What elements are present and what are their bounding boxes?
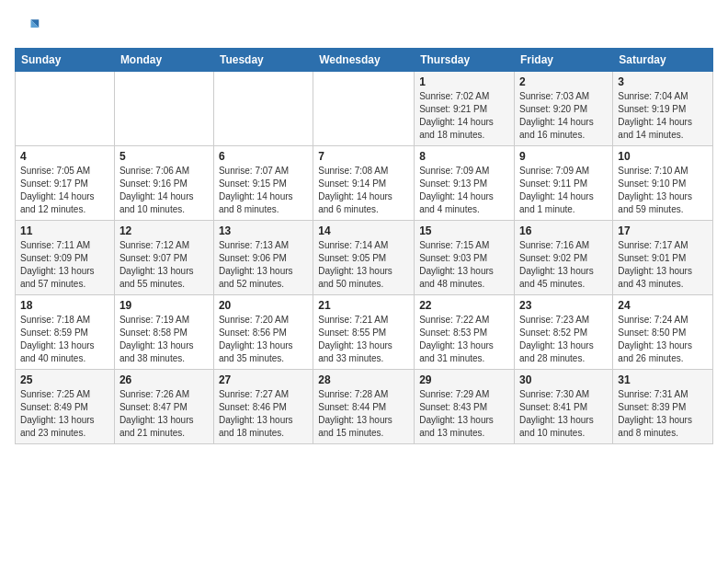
day-info: Sunrise: 7:28 AM Sunset: 8:44 PM Dayligh… <box>318 388 409 440</box>
day-info: Sunrise: 7:26 AM Sunset: 8:47 PM Dayligh… <box>119 388 209 440</box>
logo-icon <box>15 15 40 40</box>
day-info: Sunrise: 7:13 AM Sunset: 9:06 PM Dayligh… <box>219 239 308 291</box>
weekday-header-saturday: Saturday <box>613 49 713 72</box>
calendar-cell: 10Sunrise: 7:10 AM Sunset: 9:10 PM Dayli… <box>613 146 713 221</box>
calendar-week-1: 1Sunrise: 7:02 AM Sunset: 9:21 PM Daylig… <box>16 72 713 146</box>
day-info: Sunrise: 7:22 AM Sunset: 8:53 PM Dayligh… <box>419 314 509 365</box>
day-number: 24 <box>618 299 708 312</box>
day-number: 6 <box>219 150 308 163</box>
calendar-cell: 21Sunrise: 7:21 AM Sunset: 8:55 PM Dayli… <box>313 295 415 370</box>
calendar-cell: 26Sunrise: 7:26 AM Sunset: 8:47 PM Dayli… <box>114 370 213 444</box>
day-info: Sunrise: 7:06 AM Sunset: 9:16 PM Dayligh… <box>119 165 209 216</box>
calendar-cell: 1Sunrise: 7:02 AM Sunset: 9:21 PM Daylig… <box>415 72 515 146</box>
calendar-cell: 28Sunrise: 7:28 AM Sunset: 8:44 PM Dayli… <box>313 370 415 444</box>
day-number: 12 <box>119 224 209 237</box>
calendar-header: SundayMondayTuesdayWednesdayThursdayFrid… <box>16 49 713 72</box>
day-info: Sunrise: 7:09 AM Sunset: 9:11 PM Dayligh… <box>519 165 608 216</box>
day-info: Sunrise: 7:05 AM Sunset: 9:17 PM Dayligh… <box>20 165 109 216</box>
calendar-cell: 5Sunrise: 7:06 AM Sunset: 9:16 PM Daylig… <box>114 146 213 221</box>
day-number: 2 <box>519 75 608 88</box>
calendar-cell: 3Sunrise: 7:04 AM Sunset: 9:19 PM Daylig… <box>613 72 713 146</box>
day-info: Sunrise: 7:07 AM Sunset: 9:15 PM Dayligh… <box>219 165 308 216</box>
day-info: Sunrise: 7:19 AM Sunset: 8:58 PM Dayligh… <box>119 314 209 365</box>
day-number: 23 <box>519 299 608 312</box>
calendar-cell: 25Sunrise: 7:25 AM Sunset: 8:49 PM Dayli… <box>16 370 115 444</box>
calendar-cell: 20Sunrise: 7:20 AM Sunset: 8:56 PM Dayli… <box>213 295 313 370</box>
day-info: Sunrise: 7:15 AM Sunset: 9:03 PM Dayligh… <box>419 239 509 291</box>
calendar-cell: 24Sunrise: 7:24 AM Sunset: 8:50 PM Dayli… <box>613 295 713 370</box>
weekday-header-thursday: Thursday <box>415 49 515 72</box>
day-info: Sunrise: 7:04 AM Sunset: 9:19 PM Dayligh… <box>618 90 708 142</box>
day-info: Sunrise: 7:20 AM Sunset: 8:56 PM Dayligh… <box>219 314 308 365</box>
day-number: 31 <box>618 373 708 386</box>
day-number: 18 <box>20 299 109 312</box>
calendar-cell: 29Sunrise: 7:29 AM Sunset: 8:43 PM Dayli… <box>415 370 515 444</box>
weekday-header-monday: Monday <box>114 49 213 72</box>
day-info: Sunrise: 7:10 AM Sunset: 9:10 PM Dayligh… <box>618 165 708 216</box>
calendar-cell: 7Sunrise: 7:08 AM Sunset: 9:14 PM Daylig… <box>313 146 415 221</box>
day-info: Sunrise: 7:17 AM Sunset: 9:01 PM Dayligh… <box>618 239 708 291</box>
day-number: 17 <box>618 224 708 237</box>
calendar-cell: 27Sunrise: 7:27 AM Sunset: 8:46 PM Dayli… <box>213 370 313 444</box>
calendar-week-5: 25Sunrise: 7:25 AM Sunset: 8:49 PM Dayli… <box>16 370 713 444</box>
calendar-cell: 11Sunrise: 7:11 AM Sunset: 9:09 PM Dayli… <box>16 221 115 295</box>
day-info: Sunrise: 7:30 AM Sunset: 8:41 PM Dayligh… <box>519 388 608 440</box>
logo <box>15 15 44 40</box>
day-info: Sunrise: 7:03 AM Sunset: 9:20 PM Dayligh… <box>519 90 608 142</box>
calendar-body: 1Sunrise: 7:02 AM Sunset: 9:21 PM Daylig… <box>16 72 713 444</box>
day-number: 22 <box>419 299 509 312</box>
day-info: Sunrise: 7:31 AM Sunset: 8:39 PM Dayligh… <box>618 388 708 440</box>
calendar-cell: 22Sunrise: 7:22 AM Sunset: 8:53 PM Dayli… <box>415 295 515 370</box>
weekday-header-sunday: Sunday <box>16 49 115 72</box>
day-number: 20 <box>219 299 308 312</box>
calendar-cell: 31Sunrise: 7:31 AM Sunset: 8:39 PM Dayli… <box>613 370 713 444</box>
calendar-cell <box>213 72 313 146</box>
day-number: 8 <box>419 150 509 163</box>
day-number: 10 <box>618 150 708 163</box>
day-info: Sunrise: 7:23 AM Sunset: 8:52 PM Dayligh… <box>519 314 608 365</box>
day-number: 30 <box>519 373 608 386</box>
day-info: Sunrise: 7:08 AM Sunset: 9:14 PM Dayligh… <box>318 165 409 216</box>
day-number: 29 <box>419 373 509 386</box>
weekday-header-wednesday: Wednesday <box>313 49 415 72</box>
weekday-header-tuesday: Tuesday <box>213 49 313 72</box>
day-info: Sunrise: 7:18 AM Sunset: 8:59 PM Dayligh… <box>20 314 109 365</box>
calendar-week-2: 4Sunrise: 7:05 AM Sunset: 9:17 PM Daylig… <box>16 146 713 221</box>
weekday-header-friday: Friday <box>515 49 613 72</box>
calendar-cell: 16Sunrise: 7:16 AM Sunset: 9:02 PM Dayli… <box>515 221 613 295</box>
calendar-cell: 6Sunrise: 7:07 AM Sunset: 9:15 PM Daylig… <box>213 146 313 221</box>
calendar-cell: 18Sunrise: 7:18 AM Sunset: 8:59 PM Dayli… <box>16 295 115 370</box>
calendar-cell: 23Sunrise: 7:23 AM Sunset: 8:52 PM Dayli… <box>515 295 613 370</box>
day-number: 26 <box>119 373 209 386</box>
day-info: Sunrise: 7:21 AM Sunset: 8:55 PM Dayligh… <box>318 314 409 365</box>
day-info: Sunrise: 7:29 AM Sunset: 8:43 PM Dayligh… <box>419 388 509 440</box>
day-info: Sunrise: 7:09 AM Sunset: 9:13 PM Dayligh… <box>419 165 509 216</box>
day-number: 7 <box>318 150 409 163</box>
day-number: 4 <box>20 150 109 163</box>
day-number: 19 <box>119 299 209 312</box>
day-number: 5 <box>119 150 209 163</box>
day-info: Sunrise: 7:24 AM Sunset: 8:50 PM Dayligh… <box>618 314 708 365</box>
calendar-cell: 9Sunrise: 7:09 AM Sunset: 9:11 PM Daylig… <box>515 146 613 221</box>
calendar-cell: 15Sunrise: 7:15 AM Sunset: 9:03 PM Dayli… <box>415 221 515 295</box>
day-info: Sunrise: 7:27 AM Sunset: 8:46 PM Dayligh… <box>219 388 308 440</box>
calendar-table: SundayMondayTuesdayWednesdayThursdayFrid… <box>15 48 713 444</box>
day-info: Sunrise: 7:16 AM Sunset: 9:02 PM Dayligh… <box>519 239 608 291</box>
day-info: Sunrise: 7:12 AM Sunset: 9:07 PM Dayligh… <box>119 239 209 291</box>
day-number: 16 <box>519 224 608 237</box>
day-number: 21 <box>318 299 409 312</box>
day-number: 25 <box>20 373 109 386</box>
calendar-week-3: 11Sunrise: 7:11 AM Sunset: 9:09 PM Dayli… <box>16 221 713 295</box>
day-number: 11 <box>20 224 109 237</box>
day-info: Sunrise: 7:11 AM Sunset: 9:09 PM Dayligh… <box>20 239 109 291</box>
calendar-week-4: 18Sunrise: 7:18 AM Sunset: 8:59 PM Dayli… <box>16 295 713 370</box>
calendar-cell: 12Sunrise: 7:12 AM Sunset: 9:07 PM Dayli… <box>114 221 213 295</box>
day-info: Sunrise: 7:02 AM Sunset: 9:21 PM Dayligh… <box>419 90 509 142</box>
day-info: Sunrise: 7:25 AM Sunset: 8:49 PM Dayligh… <box>20 388 109 440</box>
day-number: 13 <box>219 224 308 237</box>
calendar-cell: 2Sunrise: 7:03 AM Sunset: 9:20 PM Daylig… <box>515 72 613 146</box>
calendar-cell: 8Sunrise: 7:09 AM Sunset: 9:13 PM Daylig… <box>415 146 515 221</box>
weekday-header-row: SundayMondayTuesdayWednesdayThursdayFrid… <box>16 49 713 72</box>
calendar-cell: 30Sunrise: 7:30 AM Sunset: 8:41 PM Dayli… <box>515 370 613 444</box>
day-number: 27 <box>219 373 308 386</box>
